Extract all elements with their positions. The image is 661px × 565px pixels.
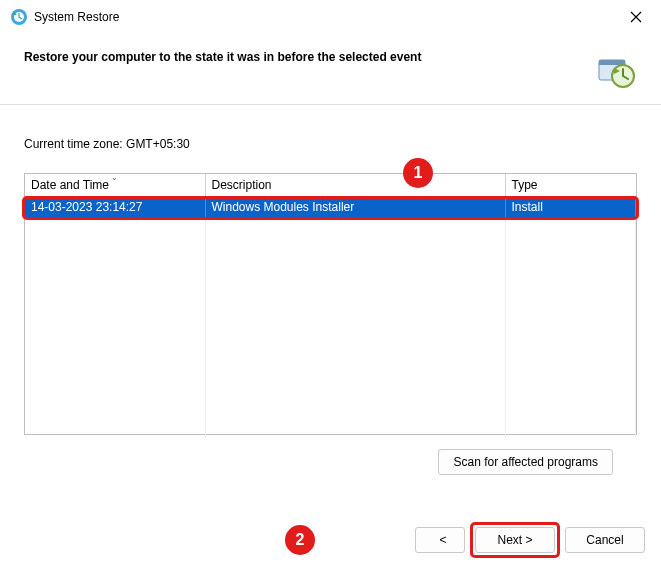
table-row [25,337,636,357]
cell-date: 14-03-2023 23:14:27 [25,197,205,218]
header: Restore your computer to the state it wa… [0,34,661,104]
restore-points-table: ⌄ Date and Time Description Type 14-03-2… [24,173,637,435]
table-row [25,377,636,397]
table-row [25,237,636,257]
page-title: Restore your computer to the state it wa… [24,50,593,64]
sort-indicator-icon: ⌄ [111,173,118,182]
table-row [25,277,636,297]
next-button[interactable]: Next > [475,527,555,553]
table-header-row: ⌄ Date and Time Description Type [25,174,636,197]
column-header-description[interactable]: Description [205,174,505,197]
table-row [25,397,636,417]
back-button[interactable]: < [415,527,465,553]
column-header-date[interactable]: ⌄ Date and Time [25,174,205,197]
titlebar: System Restore [0,0,661,34]
table-row [25,257,636,277]
column-header-date-label: Date and Time [31,178,109,192]
cell-description: Windows Modules Installer [205,197,505,218]
table-row [25,357,636,377]
content-area: Current time zone: GMT+05:30 ⌄ Date and … [0,105,661,483]
table-row [25,297,636,317]
system-restore-icon [10,8,28,26]
table-row[interactable]: 14-03-2023 23:14:27 Windows Modules Inst… [25,197,636,218]
annotation-badge-2: 2 [285,525,315,555]
close-icon [630,11,642,23]
restore-large-icon [593,50,637,94]
table-row [25,217,636,237]
window-title: System Restore [34,10,621,24]
cancel-button[interactable]: Cancel [565,527,645,553]
wizard-footer: < Next > Cancel 2 [415,527,645,553]
timezone-label: Current time zone: GMT+05:30 [24,137,637,151]
column-header-type[interactable]: Type [505,174,636,197]
cell-type: Install [505,197,636,218]
scan-row: Scan for affected programs [24,435,637,475]
table-row [25,317,636,337]
table-row [25,417,636,437]
close-button[interactable] [621,5,651,29]
scan-affected-button[interactable]: Scan for affected programs [438,449,613,475]
